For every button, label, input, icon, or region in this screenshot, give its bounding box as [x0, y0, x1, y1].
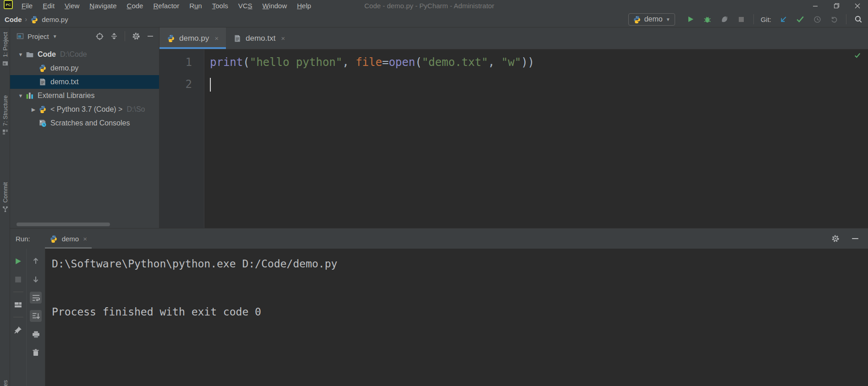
- tool-window-button-commit[interactable]: Commit: [0, 182, 10, 214]
- text-file-icon: [38, 78, 47, 86]
- stop-button[interactable]: [12, 273, 24, 285]
- git-commit-button[interactable]: [795, 14, 805, 24]
- close-icon[interactable]: ×: [281, 34, 285, 42]
- text-cursor: [210, 78, 211, 92]
- mini-squares-icon: [2, 129, 8, 137]
- code-token: open: [389, 56, 415, 69]
- code-token: )): [521, 56, 534, 69]
- editor-tabbar: demo.py×demo.txt×: [159, 27, 868, 49]
- tree-row-code[interactable]: ▼CodeD:\Code: [10, 48, 159, 61]
- code-line[interactable]: print("hello python", file=open("demo.tx…: [210, 51, 868, 73]
- folder-icon: [26, 50, 34, 59]
- run-tab-label: demo: [62, 235, 79, 243]
- print-icon[interactable]: [30, 328, 42, 340]
- menu-edit[interactable]: Edit: [38, 2, 60, 10]
- project-tool-icon: [16, 33, 24, 40]
- project-panel-header: Project ▼: [10, 27, 159, 45]
- up-stack-trace-icon[interactable]: [30, 255, 42, 267]
- clear-console-trash-icon[interactable]: [30, 347, 42, 359]
- scratches-icon: [38, 119, 47, 127]
- minimize-icon[interactable]: [805, 0, 826, 11]
- gear-icon[interactable]: [831, 234, 840, 243]
- tree-row-external-libraries[interactable]: ▼External Libraries: [10, 89, 159, 103]
- breadcrumb-project[interactable]: Code: [5, 16, 22, 23]
- hide-panel-icon[interactable]: [147, 33, 154, 39]
- code-line[interactable]: [210, 73, 868, 95]
- history-clock-icon[interactable]: [812, 14, 822, 24]
- rerun-button[interactable]: [12, 255, 24, 267]
- code-token: ,: [342, 56, 356, 69]
- toolbar-divider: [753, 14, 754, 24]
- run-panel-label: Run:: [16, 235, 30, 243]
- breadcrumb-file[interactable]: demo.py: [42, 16, 68, 23]
- pycharm-window: PC FileEditViewNavigateCodeRefactorRunTo…: [0, 0, 868, 386]
- run-tab[interactable]: demo ×: [45, 228, 92, 249]
- run-header-actions: [831, 234, 859, 243]
- tree-label: External Libraries: [38, 92, 95, 100]
- code-token: "w": [501, 56, 521, 69]
- run-panel-header: Run: demo ×: [10, 228, 868, 249]
- code-token: "hello python": [250, 56, 342, 69]
- project-panel-actions: [96, 31, 154, 41]
- code-token: =: [382, 56, 389, 69]
- debug-button[interactable]: [703, 14, 713, 24]
- restore-icon[interactable]: [826, 0, 847, 11]
- python-icon: [38, 105, 47, 114]
- restore-layout-icon[interactable]: [12, 299, 24, 310]
- search-everywhere-icon[interactable]: [853, 14, 863, 24]
- project-hscrollbar-thumb[interactable]: [16, 223, 110, 226]
- toolbar-divider: [846, 14, 846, 24]
- close-icon[interactable]: [847, 0, 868, 11]
- editor-gutter: 12: [159, 49, 204, 228]
- tree-row-demo.py[interactable]: demo.py: [10, 61, 159, 75]
- tree-row-scratches-and-consoles[interactable]: Scratches and Consoles: [10, 116, 159, 130]
- breadcrumb: Code › demo.py: [5, 16, 68, 23]
- chevron-collapsed-icon[interactable]: ▶: [28, 107, 38, 113]
- editor-tab-demo.py[interactable]: demo.py×: [159, 27, 226, 49]
- menu-help[interactable]: Help: [292, 2, 316, 10]
- libraries-icon: [26, 92, 34, 100]
- close-icon[interactable]: ×: [83, 235, 87, 243]
- soft-wrap-toggle[interactable]: [30, 292, 42, 304]
- run-with-coverage-button[interactable]: [720, 14, 730, 24]
- close-icon[interactable]: ×: [214, 34, 219, 42]
- git-update-button[interactable]: [778, 14, 788, 24]
- chevron-expanded-icon[interactable]: ▼: [16, 52, 26, 57]
- run-console-output[interactable]: D:\Software\Python\python.exe D:/Code/de…: [45, 249, 868, 386]
- down-stack-trace-icon[interactable]: [30, 273, 42, 285]
- scroll-to-end-toggle[interactable]: [30, 310, 42, 322]
- gear-icon[interactable]: [132, 32, 140, 40]
- code-text[interactable]: print("hello python", file=open("demo.tx…: [210, 51, 868, 95]
- menu-file[interactable]: File: [16, 2, 38, 10]
- tool-window-button--project[interactable]: 1: Project: [0, 32, 10, 68]
- tool-window-button-clipped[interactable]: tes: [0, 380, 10, 386]
- collapse-all-icon[interactable]: [110, 33, 118, 40]
- pin-icon[interactable]: [12, 324, 24, 336]
- inspection-ok-icon[interactable]: [854, 52, 861, 60]
- menu-run[interactable]: Run: [184, 2, 207, 10]
- run-button[interactable]: [686, 14, 696, 24]
- editor-content[interactable]: 12 print("hello python", file=open("demo…: [159, 49, 868, 228]
- editor-tab-label: demo.py: [179, 34, 209, 43]
- locate-file-icon[interactable]: [96, 33, 104, 40]
- tool-window-button--structure[interactable]: 7: Structure: [0, 95, 10, 137]
- line-number: 1: [159, 51, 192, 73]
- run-toolbar-left: [10, 249, 27, 386]
- menu-tools[interactable]: Tools: [207, 2, 233, 10]
- stop-button[interactable]: [736, 14, 747, 24]
- rollback-icon[interactable]: [829, 14, 839, 24]
- chevron-down-icon[interactable]: ▼: [53, 34, 57, 39]
- tree-row--python-3.7-code-[interactable]: ▶< Python 3.7 (Code) >D:\So: [10, 103, 159, 116]
- menu-navigate[interactable]: Navigate: [84, 2, 121, 10]
- run-config-dropdown[interactable]: demo ▼: [628, 13, 675, 26]
- project-panel-title[interactable]: Project: [27, 33, 49, 40]
- tree-row-demo.txt[interactable]: demo.txt: [10, 75, 159, 89]
- menu-window[interactable]: Window: [258, 2, 292, 10]
- menu-refactor[interactable]: Refactor: [148, 2, 184, 10]
- menu-vcs[interactable]: VCS: [233, 2, 258, 10]
- menu-view[interactable]: View: [60, 2, 84, 10]
- menu-code[interactable]: Code: [122, 2, 148, 10]
- hide-panel-icon[interactable]: [852, 235, 859, 242]
- chevron-expanded-icon[interactable]: ▼: [16, 93, 26, 98]
- editor-tab-demo.txt[interactable]: demo.txt×: [226, 27, 292, 49]
